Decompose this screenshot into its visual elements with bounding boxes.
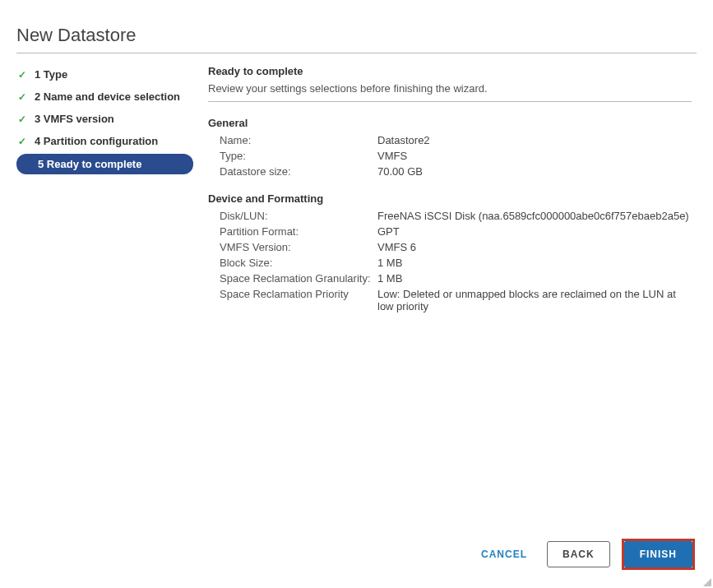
step-label: 2 Name and device selection: [35, 90, 180, 103]
name-value: Datastore2: [377, 134, 692, 146]
row-block-size: Block Size: 1 MB: [208, 257, 692, 269]
title-divider: [16, 53, 697, 53]
step-1-type[interactable]: ✓ 1 Type: [16, 65, 193, 84]
type-value: VMFS: [377, 150, 692, 162]
footer-buttons: CANCEL BACK FINISH: [473, 539, 695, 570]
general-section-label: General: [208, 117, 692, 129]
row-space-priority: Space Reclamation Priority Low: Deleted …: [208, 288, 692, 313]
check-icon: ✓: [16, 91, 28, 103]
panel-divider: [208, 101, 692, 102]
back-button[interactable]: BACK: [547, 541, 610, 567]
check-icon: ✓: [16, 69, 28, 81]
panel-subheading: Review your settings selections before f…: [208, 82, 692, 95]
row-type: Type: VMFS: [208, 150, 692, 162]
resize-grip-icon[interactable]: [703, 578, 711, 586]
step-label: 4 Partition configuration: [35, 135, 158, 147]
cancel-button[interactable]: CANCEL: [473, 542, 535, 567]
row-name: Name: Datastore2: [208, 134, 692, 146]
size-label: Datastore size:: [220, 165, 377, 178]
vmfs-version-label: VMFS Version:: [220, 241, 377, 253]
finish-button[interactable]: FINISH: [624, 541, 692, 567]
main-panel: Ready to complete Review your settings s…: [208, 65, 697, 316]
vmfs-version-value: VMFS 6: [377, 241, 692, 253]
wizard-steps-sidebar: ✓ 1 Type ✓ 2 Name and device selection ✓…: [16, 65, 193, 316]
type-label: Type:: [220, 150, 377, 162]
panel-heading: Ready to complete: [208, 65, 692, 77]
dialog-title: New Datastore: [16, 25, 697, 46]
space-granularity-value: 1 MB: [377, 272, 692, 285]
row-space-granularity: Space Reclamation Granularity: 1 MB: [208, 272, 692, 285]
check-icon: ✓: [16, 136, 28, 147]
row-partition-format: Partition Format: GPT: [208, 225, 692, 238]
partition-format-label: Partition Format:: [220, 225, 377, 238]
row-disk-lun: Disk/LUN: FreeNAS iSCSI Disk (naa.6589cf…: [208, 210, 692, 222]
row-size: Datastore size: 70.00 GB: [208, 165, 692, 178]
step-5-ready-complete[interactable]: 5 Ready to complete: [16, 154, 193, 174]
partition-format-value: GPT: [377, 225, 692, 238]
block-size-label: Block Size:: [220, 257, 377, 269]
space-priority-label: Space Reclamation Priority: [220, 288, 377, 313]
step-2-name-device[interactable]: ✓ 2 Name and device selection: [16, 87, 193, 106]
disk-lun-value: FreeNAS iSCSI Disk (naa.6589cfc000000abe…: [377, 210, 692, 222]
step-label: 1 Type: [35, 68, 67, 81]
content-area: ✓ 1 Type ✓ 2 Name and device selection ✓…: [16, 65, 697, 316]
step-4-partition-config[interactable]: ✓ 4 Partition configuration: [16, 132, 193, 150]
space-priority-value: Low: Deleted or unmapped blocks are recl…: [377, 288, 692, 313]
block-size-value: 1 MB: [377, 257, 692, 269]
check-icon: ✓: [16, 113, 28, 125]
step-label: 5 Ready to complete: [38, 158, 141, 170]
device-section-label: Device and Formatting: [208, 192, 692, 205]
name-label: Name:: [220, 134, 377, 146]
step-label: 3 VMFS version: [35, 113, 114, 125]
size-value: 70.00 GB: [377, 165, 692, 178]
space-granularity-label: Space Reclamation Granularity:: [220, 272, 377, 285]
disk-lun-label: Disk/LUN:: [220, 210, 377, 222]
finish-button-highlight: FINISH: [622, 539, 695, 570]
row-vmfs-version: VMFS Version: VMFS 6: [208, 241, 692, 253]
step-3-vmfs-version[interactable]: ✓ 3 VMFS version: [16, 109, 193, 128]
